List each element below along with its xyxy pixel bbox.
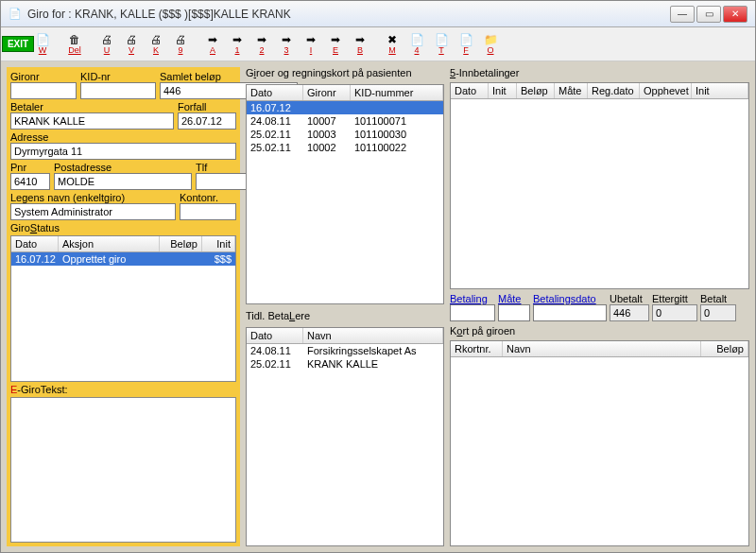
pnr-input[interactable] [10,173,50,190]
innbet-table[interactable]: Dato Init Beløp Måte Reg.dato Opphevet I… [450,82,749,289]
pnr-label: Pnr [10,162,50,173]
girostatus-label: GiroStatus [10,222,236,233]
kontonr-input[interactable] [180,203,236,220]
right-panel: 5-Innbetalinger Dato Init Beløp Måte Reg… [450,67,749,546]
t-col-navn[interactable]: Navn [303,328,443,343]
table-row[interactable]: 24.08.1110007101100071 [247,114,443,128]
table-row[interactable]: 25.02.1110002101100022 [247,141,443,154]
gironr-label: Gironr [10,71,77,82]
egiro-textarea[interactable] [10,397,236,544]
toolbar-btn-v[interactable]: 🖨V [120,31,143,58]
toolbar-btn-a[interactable]: ➡A [201,31,224,58]
minimize-button[interactable]: — [670,6,695,23]
legens-input[interactable] [10,203,176,220]
toolbar-btn-3[interactable]: ➡3 [275,31,298,58]
window-title: Giro for : KRANK, KALLE ($$$ )[$$$]KALLE… [27,8,668,21]
mate-link[interactable]: Måte [498,293,530,304]
toolbar-btn-e[interactable]: ➡E [324,31,347,58]
tidl-label: Tidl. BetaLere [246,310,444,321]
table-row[interactable]: 16.07.12Opprettet giro$$$ [11,252,235,266]
toolbar-btn-b[interactable]: ➡B [349,31,371,58]
t-col-dato[interactable]: Dato [247,328,303,343]
adresse-label: Adresse [10,131,236,143]
table-row[interactable]: 16.07.12 [247,101,443,114]
close-button[interactable]: ✕ [723,6,747,23]
toolbar-btn-u[interactable]: 🖨U [95,31,118,58]
ubetalt-label: Ubetalt [610,293,649,304]
i-col-5[interactable]: Opphevet [640,83,692,98]
betaler-input[interactable] [10,112,174,130]
betaling-link[interactable]: Betaling [450,293,495,304]
tidl-table[interactable]: Dato Navn 24.08.11Forsikringsselskapet A… [246,327,444,547]
gironr-input[interactable] [10,82,77,99]
betalt-label: Betalt [700,293,736,304]
toolbar-btn-4[interactable]: 📄4 [405,31,428,58]
k-col-2[interactable]: Beløp [701,341,748,356]
ettergitt-value: 0 [652,304,697,321]
g-col-kid[interactable]: KID-nummer [351,85,443,100]
toolbar-btn-9[interactable]: 🖨9 [169,31,192,58]
kid-input[interactable] [80,82,156,99]
content-area: Gironr KID-nr Samlet beløp Betaler Forfa… [1,61,755,552]
kid-label: KID-nr [80,71,156,82]
i-col-3[interactable]: Måte [555,83,588,98]
forfall-input[interactable] [178,112,236,130]
i-col-1[interactable]: Init [489,83,517,98]
table-row[interactable]: 25.02.11KRANK KALLE [247,357,443,371]
betaler-label: Betaler [10,101,174,112]
i-col-4[interactable]: Reg.dato [588,83,640,98]
kort-label: Kort på giroen [450,325,749,337]
i-col-2[interactable]: Beløp [517,83,555,98]
giroer-table[interactable]: Dato Gironr KID-nummer 16.07.1224.08.111… [246,84,444,304]
tlf-input[interactable] [196,173,252,190]
toolbar-btn-k[interactable]: 🖨K [145,31,167,58]
postadr-label: Postadresse [54,162,192,173]
titlebar: 📄 Giro for : KRANK, KALLE ($$$ )[$$$]KAL… [1,1,755,27]
toolbar: EXIT 📄W🗑Del🖨U🖨V🖨K🖨9➡A➡1➡2➡3➡I➡E➡B✖M📄4📄T📄… [1,27,755,61]
toolbar-btn-f[interactable]: 📄F [455,31,477,58]
toolbar-btn-w[interactable]: 📄W [31,31,54,58]
betaling-input[interactable] [450,304,495,321]
kort-table[interactable]: Rkortnr. Navn Beløp [450,340,749,547]
k-col-0[interactable]: Rkortnr. [451,341,503,356]
maximize-button[interactable]: ▭ [696,6,721,23]
gs-col-init[interactable]: Init [202,236,235,251]
toolbar-btn-2[interactable]: ➡2 [250,31,273,58]
i-col-0[interactable]: Dato [451,83,489,98]
ubetalt-value: 446 [610,304,649,321]
i-col-6[interactable]: Init [692,83,748,98]
toolbar-btn-del[interactable]: 🗑Del [63,31,86,58]
gs-col-belop[interactable]: Beløp [160,236,202,251]
gs-col-dato[interactable]: Dato [11,236,59,251]
exit-button[interactable]: EXIT [7,31,29,58]
g-col-gironr[interactable]: Gironr [303,85,351,100]
tlf-label: Tlf [196,162,252,173]
middle-panel: Giroer og regningskort på pasienten Dato… [246,67,444,546]
girostatus-table[interactable]: Dato Aksjon Beløp Init 16.07.12Opprettet… [10,235,236,382]
kontonr-label: Kontonr. [180,192,236,203]
toolbar-btn-o[interactable]: 📁O [479,31,502,58]
toolbar-btn-m[interactable]: ✖M [381,31,404,58]
app-window: 📄 Giro for : KRANK, KALLE ($$$ )[$$$]KAL… [0,0,756,553]
mate-input[interactable] [498,304,530,321]
k-col-1[interactable]: Navn [503,341,701,356]
giroer-label: Giroer og regningskort på pasienten [246,67,444,78]
betdato-input[interactable] [533,304,607,321]
toolbar-btn-i[interactable]: ➡I [300,31,322,58]
egiro-label: E-GiroTekst: [10,384,236,395]
forfall-label: Forfall [178,101,236,112]
gs-col-aksjon[interactable]: Aksjon [59,236,160,251]
ettergitt-label: Ettergitt [652,293,697,304]
adresse-input[interactable] [10,143,236,160]
toolbar-btn-t[interactable]: 📄T [430,31,453,58]
app-icon: 📄 [9,8,22,20]
g-col-dato[interactable]: Dato [247,85,303,100]
innbet-label: 5-Innbetalinger [450,67,749,78]
table-row[interactable]: 25.02.1110003101100030 [247,128,443,141]
table-row[interactable]: 24.08.11Forsikringsselskapet As [247,344,443,357]
giro-details-panel: Gironr KID-nr Samlet beløp Betaler Forfa… [7,67,240,546]
betalt-value: 0 [700,304,736,321]
betdato-link[interactable]: Betalingsdato [533,293,607,304]
postadr-input[interactable] [54,173,192,190]
toolbar-btn-1[interactable]: ➡1 [226,31,249,58]
